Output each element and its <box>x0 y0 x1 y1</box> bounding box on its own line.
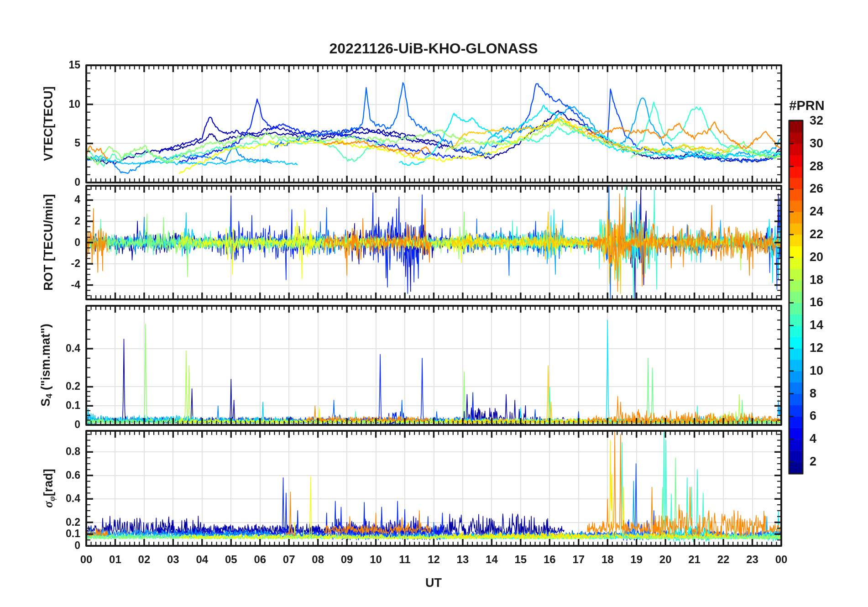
colorbar-tick-label: 4 <box>810 432 816 446</box>
y-tick-label: 0 <box>39 419 80 431</box>
x-tick-label: 23 <box>746 553 758 566</box>
colorbar-tick-label: 26 <box>810 182 823 196</box>
colorbar-tick-label: 28 <box>810 159 823 173</box>
x-tick-label: 20 <box>659 553 672 566</box>
colorbar-title: #PRN <box>789 98 824 113</box>
colorbar-tick-label: 30 <box>810 136 823 151</box>
colorbar-tick-label: 2 <box>810 455 816 469</box>
x-tick-label: 12 <box>428 553 440 566</box>
colorbar-tick-label: 8 <box>810 387 816 401</box>
x-tick-label: 21 <box>688 553 701 566</box>
x-tick-label: 19 <box>630 553 643 566</box>
x-tick-label: 02 <box>138 553 151 566</box>
x-tick-label: 11 <box>399 553 410 566</box>
y-tick-label: 0.2 <box>39 380 80 392</box>
chart-canvas <box>0 0 868 607</box>
y-tick-label: -2 <box>39 257 80 270</box>
y-tick-label: 2 <box>39 215 80 227</box>
colorbar-tick-label: 12 <box>810 341 823 355</box>
colorbar-tick-label: 6 <box>810 409 816 423</box>
y-tick-label: 0.6 <box>39 469 80 481</box>
colorbar-tick-label: 16 <box>810 295 823 309</box>
x-tick-label: 08 <box>312 553 324 566</box>
colorbar-tick-label: 10 <box>810 364 823 378</box>
x-tick-label: 00 <box>80 553 93 566</box>
y-tick-label: 15 <box>39 59 80 71</box>
x-tick-label: 18 <box>601 553 614 566</box>
y-tick-label: 0.1 <box>39 528 80 540</box>
colorbar-tick-label: 14 <box>810 318 823 332</box>
x-tick-label: 01 <box>109 553 121 566</box>
y-tick-label: 0 <box>39 539 80 552</box>
y-axis-label-subscript: 4 <box>44 393 54 398</box>
x-tick-label: 17 <box>572 553 585 566</box>
x-tick-label: 07 <box>283 553 295 566</box>
y-tick-label: 0 <box>39 176 80 188</box>
x-tick-label: 00 <box>775 553 788 566</box>
x-tick-label: 06 <box>254 553 266 566</box>
x-tick-label: 05 <box>225 553 237 566</box>
y-tick-label: 0.4 <box>39 492 80 505</box>
x-tick-label: 03 <box>167 553 179 566</box>
y-tick-label: 5 <box>39 137 80 149</box>
colorbar-tick-label: 22 <box>810 227 823 241</box>
y-tick-label: 0.2 <box>39 516 80 529</box>
y-axis-label-s4: S4 ("ism.mat") <box>39 324 54 406</box>
x-tick-label: 10 <box>370 553 382 566</box>
colorbar-tick-label: 32 <box>810 114 823 128</box>
y-tick-label: 0.4 <box>39 342 80 355</box>
y-tick-label: 0 <box>39 236 80 249</box>
y-tick-label: 0.8 <box>39 445 80 458</box>
chart-title: 20221126-UiB-KHO-GLONASS <box>329 40 538 57</box>
colorbar-tick-label: 20 <box>810 250 823 264</box>
x-tick-label: 15 <box>515 553 527 566</box>
x-tick-label: 22 <box>717 553 730 566</box>
colorbar-tick-label: 24 <box>810 204 823 219</box>
x-tick-label: 04 <box>196 553 208 566</box>
y-tick-label: 10 <box>39 98 80 110</box>
colorbar-tick-label: 18 <box>810 273 823 287</box>
x-tick-label: 14 <box>486 553 498 566</box>
x-axis-title: UT <box>425 576 442 590</box>
y-tick-label: -4 <box>39 279 80 291</box>
y-tick-label: 4 <box>39 194 80 206</box>
x-tick-label: 13 <box>457 553 469 566</box>
figure: 20221126-UiB-KHO-GLONASS VTEC[TECU] ROT … <box>0 0 868 607</box>
x-tick-label: 16 <box>544 553 556 566</box>
y-tick-label: 0.1 <box>39 399 80 412</box>
x-tick-label: 09 <box>341 553 353 566</box>
